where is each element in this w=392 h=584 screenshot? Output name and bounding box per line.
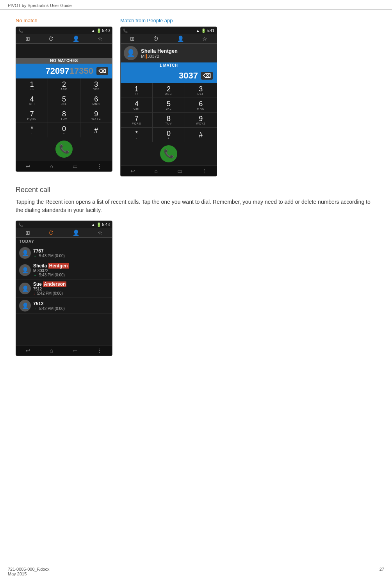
call-1-sub: → 5:43 PM (0:00) bbox=[33, 254, 109, 258]
recent-status-left: 📞 bbox=[18, 223, 23, 227]
key-3[interactable]: 3DEF bbox=[80, 78, 112, 93]
call-1-name: 7767 bbox=[33, 248, 109, 254]
recent-icon[interactable]: ⏱ bbox=[48, 36, 54, 42]
m-key-hash[interactable]: # bbox=[185, 128, 217, 142]
no-match-label: No match bbox=[16, 18, 112, 23]
key-hash[interactable]: # bbox=[80, 123, 112, 137]
match-recent-icon[interactable]: ⏱ bbox=[153, 36, 159, 42]
match-contacts-icon[interactable]: 👤 bbox=[177, 36, 184, 42]
no-match-delete-btn[interactable]: ⌫ bbox=[96, 67, 108, 75]
r-contacts-icon[interactable]: 👤 bbox=[73, 230, 79, 236]
recents-icon[interactable]: ▭ bbox=[73, 163, 78, 169]
m-back-icon[interactable]: ↩ bbox=[130, 168, 135, 174]
key-0[interactable]: 0+ bbox=[48, 123, 80, 137]
r-grid-icon[interactable]: ⊞ bbox=[25, 230, 30, 236]
key-6[interactable]: 6MNO bbox=[80, 93, 112, 108]
key-9[interactable]: 9WXYZ bbox=[80, 108, 112, 123]
no-match-call-btn[interactable]: 📞 bbox=[55, 141, 73, 158]
match-call-row: 📞 bbox=[121, 142, 217, 166]
key-5[interactable]: 5JKL bbox=[48, 93, 80, 108]
no-match-nav-bar: ⊞ ⏱ 👤 ☆ bbox=[16, 34, 112, 44]
contact-name: Sheila Hentgen bbox=[141, 48, 178, 54]
key-1[interactable]: 1○○ bbox=[16, 78, 48, 93]
m-key-0[interactable]: 0+ bbox=[153, 128, 184, 142]
match-phone-icon: 📞 bbox=[123, 28, 128, 33]
m-key-2[interactable]: 2ABC bbox=[153, 83, 184, 98]
recent-paragraph: Tapping the Recent icon opens a list of … bbox=[16, 198, 376, 214]
header-title: PIVOT by Spectralink User Guide bbox=[8, 3, 72, 8]
recent-bottom-bar: ↩ ⌂ ▭ ⋮ bbox=[16, 345, 112, 356]
call-3-avatar: 👤 bbox=[19, 283, 31, 294]
m-menu-icon[interactable]: ⋮ bbox=[201, 168, 207, 174]
r-favorites-icon[interactable]: ☆ bbox=[98, 230, 103, 236]
call-2-highlight: Hentgen bbox=[48, 263, 69, 269]
call-2-time: → 5:43 PM (0:00) bbox=[33, 273, 109, 277]
favorites-icon[interactable]: ☆ bbox=[98, 36, 103, 42]
no-match-keypad: 1○○ 2ABC 3DEF 4GHI 5JKL 6MNO 7PQRS 8TUV … bbox=[16, 78, 112, 137]
m-key-7[interactable]: 7PQRS bbox=[121, 113, 152, 127]
r-menu-icon[interactable]: ⋮ bbox=[97, 347, 102, 354]
key-8[interactable]: 8TUV bbox=[48, 108, 80, 123]
m-recents-icon[interactable]: ▭ bbox=[177, 168, 182, 174]
call-1-arrow: → bbox=[33, 254, 37, 258]
menu-icon[interactable]: ⋮ bbox=[97, 163, 102, 169]
match-call-icon: 📞 bbox=[164, 149, 174, 159]
page-header: PIVOT by Spectralink User Guide bbox=[0, 0, 392, 10]
doc-number: 721-0005-000_F.docx bbox=[8, 567, 49, 572]
call-4-info: 7512 → 5:42 PM (0:00) bbox=[33, 301, 109, 311]
match-delete-btn[interactable]: ⌫ bbox=[201, 72, 213, 80]
m-key-4[interactable]: 4GHI bbox=[121, 98, 152, 112]
call-item-2[interactable]: 👤 Sheila Hentgen M 30372 → 5:43 PM (0:00… bbox=[16, 261, 112, 280]
key-star[interactable]: *· bbox=[16, 123, 48, 137]
m-key-8[interactable]: 8TUV bbox=[153, 113, 184, 127]
contact-avatar: 👤 bbox=[124, 46, 138, 60]
match-number-display: 3037 ⌫ bbox=[121, 68, 217, 83]
key-7[interactable]: 7PQRS bbox=[16, 108, 48, 123]
call-4-name: 7512 bbox=[33, 301, 109, 306]
match-status-left: 📞 bbox=[123, 28, 128, 33]
status-left: 📞 bbox=[18, 28, 23, 33]
call-4-sub: → 5:42 PM (0:00) bbox=[33, 306, 109, 311]
call-3-sub: 7512 bbox=[33, 287, 109, 291]
m-home-icon[interactable]: ⌂ bbox=[154, 168, 157, 174]
m-key-star[interactable]: *· bbox=[121, 128, 152, 142]
r-home-icon[interactable]: ⌂ bbox=[50, 347, 53, 354]
call-4-avatar: 👤 bbox=[19, 300, 31, 312]
no-match-number: 7209717350 bbox=[46, 66, 93, 76]
m-key-3[interactable]: 3DEF bbox=[185, 83, 217, 98]
match-label: Match from People app bbox=[120, 18, 217, 23]
call-item-4[interactable]: 👤 7512 → 5:42 PM (0:00) bbox=[16, 298, 112, 314]
phone-icon: 📞 bbox=[18, 28, 23, 33]
call-3-highlight: Anderson bbox=[43, 281, 66, 287]
r-recents-icon[interactable]: ▭ bbox=[73, 347, 78, 354]
key-4[interactable]: 4GHI bbox=[16, 93, 48, 108]
match-status-bar: 📞 ▲ 🔋 5:41 bbox=[121, 27, 217, 34]
key-2[interactable]: 2ABC bbox=[48, 78, 80, 93]
grid-icon[interactable]: ⊞ bbox=[25, 36, 30, 42]
recent-phone-icon: 📞 bbox=[18, 223, 23, 227]
call-2-info: Sheila Hentgen M 30372 → 5:43 PM (0:00) bbox=[33, 263, 109, 277]
m-key-6[interactable]: 6MNO bbox=[185, 98, 217, 112]
call-item-1[interactable]: 👤 7767 → 5:43 PM (0:00) bbox=[16, 245, 112, 261]
today-label: TODAY bbox=[16, 238, 112, 245]
back-icon[interactable]: ↩ bbox=[26, 163, 30, 169]
m-key-9[interactable]: 9WXYZ bbox=[185, 113, 217, 127]
match-time: 5:41 bbox=[207, 28, 214, 33]
contact-info: Sheila Hentgen M 30372 bbox=[141, 48, 178, 59]
r-recent-icon[interactable]: ⏱ bbox=[48, 230, 54, 236]
r-back-icon[interactable]: ↩ bbox=[26, 347, 30, 354]
home-icon[interactable]: ⌂ bbox=[50, 163, 53, 169]
match-keypad: 1○○ 2ABC 3DEF 4GHI 5JKL 6MNO 7PQRS 8TUV … bbox=[121, 83, 217, 142]
m-key-5[interactable]: 5JKL bbox=[153, 98, 184, 112]
call-item-3[interactable]: 👤 Sue Anderson 7512 ↓ 5:42 PM (0:00) bbox=[16, 280, 112, 298]
recent-heading: Recent call bbox=[16, 186, 376, 194]
match-call-btn[interactable]: 📞 bbox=[160, 145, 177, 162]
recent-phone: 📞 ▲ 🔋 5:43 ⊞ ⏱ 👤 ☆ TODAY 👤 7767 bbox=[16, 221, 112, 356]
m-key-1[interactable]: 1○○ bbox=[121, 83, 152, 98]
match-bottom-bar: ↩ ⌂ ▭ ⋮ bbox=[121, 166, 217, 176]
match-favorites-icon[interactable]: ☆ bbox=[202, 36, 207, 42]
match-grid-icon[interactable]: ⊞ bbox=[130, 36, 135, 42]
phones-comparison-row: No match 📞 ▲ 🔋 5:40 ⊞ ⏱ bbox=[16, 18, 376, 176]
contacts-icon[interactable]: 👤 bbox=[73, 36, 79, 42]
match-nav-bar: ⊞ ⏱ 👤 ☆ bbox=[121, 34, 217, 44]
